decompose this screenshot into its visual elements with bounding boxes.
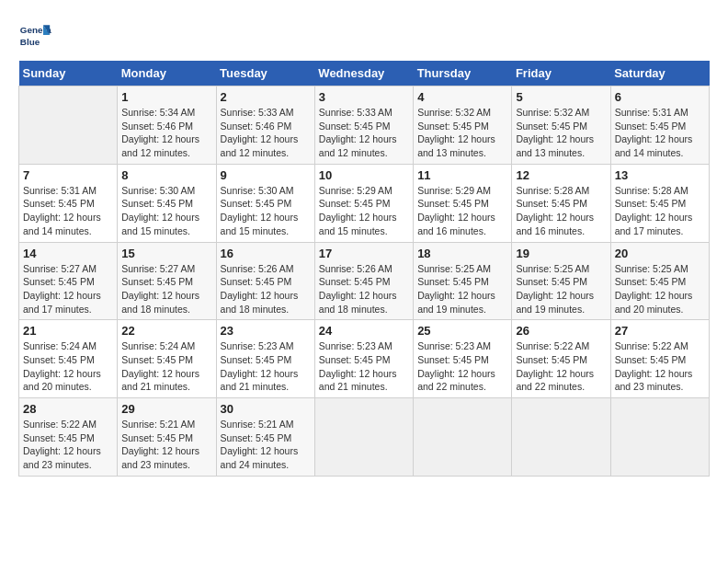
day-number: 10 <box>319 168 409 182</box>
day-number: 2 <box>221 90 311 104</box>
day-number: 14 <box>23 247 113 260</box>
header-cell-thursday: Thursday <box>414 61 512 86</box>
day-info: Sunrise: 5:32 AM Sunset: 5:45 PM Dayligh… <box>417 106 507 160</box>
day-info: Sunrise: 5:32 AM Sunset: 5:45 PM Dayligh… <box>516 106 606 160</box>
page-header: General Blue <box>18 18 710 52</box>
day-info: Sunrise: 5:31 AM Sunset: 5:45 PM Dayligh… <box>615 106 705 160</box>
header-cell-wednesday: Wednesday <box>314 61 413 86</box>
day-number: 24 <box>319 324 409 338</box>
day-number: 6 <box>615 90 705 104</box>
day-number: 11 <box>417 168 507 182</box>
day-cell: 26Sunrise: 5:22 AM Sunset: 5:45 PM Dayli… <box>512 320 610 398</box>
day-info: Sunrise: 5:21 AM Sunset: 5:45 PM Dayligh… <box>221 418 311 472</box>
calendar-table: SundayMondayTuesdayWednesdayThursdayFrid… <box>18 61 710 477</box>
day-info: Sunrise: 5:27 AM Sunset: 5:45 PM Dayligh… <box>23 262 113 316</box>
day-number: 3 <box>319 90 409 104</box>
day-info: Sunrise: 5:22 AM Sunset: 5:45 PM Dayligh… <box>23 418 113 472</box>
day-cell: 15Sunrise: 5:27 AM Sunset: 5:45 PM Dayli… <box>118 242 216 320</box>
week-row-2: 7Sunrise: 5:31 AM Sunset: 5:45 PM Daylig… <box>19 164 710 242</box>
day-cell: 5Sunrise: 5:32 AM Sunset: 5:45 PM Daylig… <box>512 86 610 165</box>
day-cell: 6Sunrise: 5:31 AM Sunset: 5:45 PM Daylig… <box>610 86 709 165</box>
day-cell: 8Sunrise: 5:30 AM Sunset: 5:45 PM Daylig… <box>118 164 216 242</box>
day-info: Sunrise: 5:26 AM Sunset: 5:45 PM Dayligh… <box>221 262 311 316</box>
day-info: Sunrise: 5:27 AM Sunset: 5:45 PM Dayligh… <box>121 262 211 316</box>
day-cell: 27Sunrise: 5:22 AM Sunset: 5:45 PM Dayli… <box>610 320 709 398</box>
day-cell: 23Sunrise: 5:23 AM Sunset: 5:45 PM Dayli… <box>216 320 314 398</box>
day-info: Sunrise: 5:25 AM Sunset: 5:45 PM Dayligh… <box>516 262 606 316</box>
day-cell <box>19 86 118 165</box>
day-number: 29 <box>121 402 211 416</box>
day-number: 25 <box>417 324 507 338</box>
day-number: 21 <box>23 324 113 338</box>
day-cell: 25Sunrise: 5:23 AM Sunset: 5:45 PM Dayli… <box>414 320 512 398</box>
calendar-body: 1Sunrise: 5:34 AM Sunset: 5:46 PM Daylig… <box>19 86 710 477</box>
day-cell: 22Sunrise: 5:24 AM Sunset: 5:45 PM Dayli… <box>118 320 216 398</box>
day-cell: 12Sunrise: 5:28 AM Sunset: 5:45 PM Dayli… <box>512 164 610 242</box>
day-info: Sunrise: 5:30 AM Sunset: 5:45 PM Dayligh… <box>221 184 311 238</box>
day-info: Sunrise: 5:21 AM Sunset: 5:45 PM Dayligh… <box>121 418 211 472</box>
day-cell: 24Sunrise: 5:23 AM Sunset: 5:45 PM Dayli… <box>314 320 413 398</box>
day-cell: 28Sunrise: 5:22 AM Sunset: 5:45 PM Dayli… <box>19 398 118 477</box>
day-cell: 20Sunrise: 5:25 AM Sunset: 5:45 PM Dayli… <box>610 242 709 320</box>
day-cell <box>610 398 709 477</box>
week-row-1: 1Sunrise: 5:34 AM Sunset: 5:46 PM Daylig… <box>19 86 710 165</box>
day-number: 12 <box>516 168 606 182</box>
day-info: Sunrise: 5:23 AM Sunset: 5:45 PM Dayligh… <box>319 339 409 394</box>
day-info: Sunrise: 5:31 AM Sunset: 5:45 PM Dayligh… <box>23 184 113 238</box>
day-cell <box>314 398 413 477</box>
week-row-3: 14Sunrise: 5:27 AM Sunset: 5:45 PM Dayli… <box>19 242 710 320</box>
logo-icon: General Blue <box>18 18 51 52</box>
day-number: 22 <box>121 324 211 338</box>
day-number: 7 <box>23 168 113 182</box>
day-cell: 14Sunrise: 5:27 AM Sunset: 5:45 PM Dayli… <box>19 242 118 320</box>
day-cell <box>512 398 610 477</box>
header-cell-saturday: Saturday <box>610 61 709 86</box>
day-info: Sunrise: 5:29 AM Sunset: 5:45 PM Dayligh… <box>417 184 507 238</box>
day-cell: 11Sunrise: 5:29 AM Sunset: 5:45 PM Dayli… <box>414 164 512 242</box>
day-number: 4 <box>417 90 507 104</box>
day-info: Sunrise: 5:26 AM Sunset: 5:45 PM Dayligh… <box>319 262 409 316</box>
day-number: 27 <box>615 324 705 338</box>
day-cell: 1Sunrise: 5:34 AM Sunset: 5:46 PM Daylig… <box>118 86 216 165</box>
day-number: 9 <box>221 168 311 182</box>
day-cell: 2Sunrise: 5:33 AM Sunset: 5:46 PM Daylig… <box>216 86 314 165</box>
day-info: Sunrise: 5:33 AM Sunset: 5:46 PM Dayligh… <box>221 106 311 160</box>
day-cell: 19Sunrise: 5:25 AM Sunset: 5:45 PM Dayli… <box>512 242 610 320</box>
header-row: SundayMondayTuesdayWednesdayThursdayFrid… <box>19 61 710 86</box>
day-number: 15 <box>121 247 211 260</box>
day-info: Sunrise: 5:33 AM Sunset: 5:45 PM Dayligh… <box>319 106 409 160</box>
day-info: Sunrise: 5:22 AM Sunset: 5:45 PM Dayligh… <box>516 339 606 394</box>
day-number: 5 <box>516 90 606 104</box>
day-cell: 13Sunrise: 5:28 AM Sunset: 5:45 PM Dayli… <box>610 164 709 242</box>
day-cell: 10Sunrise: 5:29 AM Sunset: 5:45 PM Dayli… <box>314 164 413 242</box>
day-number: 8 <box>121 168 211 182</box>
day-number: 28 <box>23 402 113 416</box>
day-cell: 29Sunrise: 5:21 AM Sunset: 5:45 PM Dayli… <box>118 398 216 477</box>
day-info: Sunrise: 5:30 AM Sunset: 5:45 PM Dayligh… <box>121 184 211 238</box>
day-number: 19 <box>516 247 606 260</box>
logo: General Blue <box>18 18 55 52</box>
day-number: 26 <box>516 324 606 338</box>
day-info: Sunrise: 5:34 AM Sunset: 5:46 PM Dayligh… <box>121 106 211 160</box>
day-info: Sunrise: 5:25 AM Sunset: 5:45 PM Dayligh… <box>417 262 507 316</box>
week-row-4: 21Sunrise: 5:24 AM Sunset: 5:45 PM Dayli… <box>19 320 710 398</box>
svg-text:Blue: Blue <box>20 37 40 47</box>
day-cell: 18Sunrise: 5:25 AM Sunset: 5:45 PM Dayli… <box>414 242 512 320</box>
day-cell <box>414 398 512 477</box>
day-cell: 16Sunrise: 5:26 AM Sunset: 5:45 PM Dayli… <box>216 242 314 320</box>
day-info: Sunrise: 5:23 AM Sunset: 5:45 PM Dayligh… <box>417 339 507 394</box>
day-number: 20 <box>615 247 705 260</box>
day-cell: 17Sunrise: 5:26 AM Sunset: 5:45 PM Dayli… <box>314 242 413 320</box>
week-row-5: 28Sunrise: 5:22 AM Sunset: 5:45 PM Dayli… <box>19 398 710 477</box>
day-number: 1 <box>121 90 211 104</box>
day-cell: 4Sunrise: 5:32 AM Sunset: 5:45 PM Daylig… <box>414 86 512 165</box>
day-info: Sunrise: 5:28 AM Sunset: 5:45 PM Dayligh… <box>516 184 606 238</box>
day-number: 17 <box>319 247 409 260</box>
day-info: Sunrise: 5:22 AM Sunset: 5:45 PM Dayligh… <box>615 339 705 394</box>
day-number: 18 <box>417 247 507 260</box>
day-number: 30 <box>221 402 311 416</box>
day-cell: 21Sunrise: 5:24 AM Sunset: 5:45 PM Dayli… <box>19 320 118 398</box>
day-info: Sunrise: 5:24 AM Sunset: 5:45 PM Dayligh… <box>121 339 211 394</box>
day-cell: 7Sunrise: 5:31 AM Sunset: 5:45 PM Daylig… <box>19 164 118 242</box>
day-info: Sunrise: 5:24 AM Sunset: 5:45 PM Dayligh… <box>23 339 113 394</box>
